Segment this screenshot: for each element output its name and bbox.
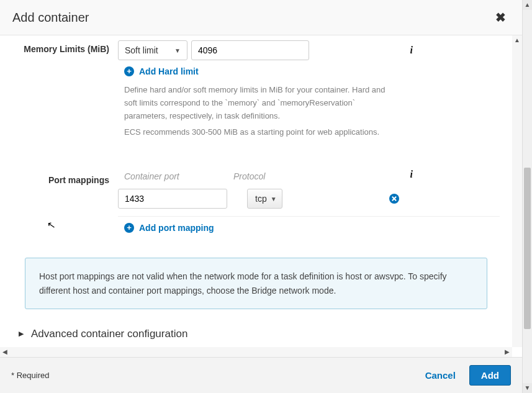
cancel-button[interactable]: Cancel — [420, 366, 461, 384]
memory-limits-content: Soft limit ▼ i + Add Hard limit Define h… — [118, 40, 500, 143]
inner-horizontal-scrollbar[interactable]: ◀ ▶ — [0, 347, 512, 357]
protocol-value: tcp — [255, 194, 267, 204]
info-icon[interactable]: i — [410, 169, 413, 180]
advanced-config-accordion[interactable]: ▶ Advanced container configuration — [0, 320, 512, 347]
add-hard-limit-label: Add Hard limit — [139, 66, 199, 76]
add-button[interactable]: Add — [469, 365, 511, 386]
plus-circle-icon: + — [124, 66, 134, 76]
memory-limits-label: Memory Limits (MiB) — [0, 40, 118, 143]
port-header-line: Container port Protocol i — [118, 171, 500, 185]
chevron-down-icon: ▼ — [271, 196, 277, 202]
scroll-up-icon[interactable]: ▲ — [512, 35, 522, 45]
required-note: * Required — [11, 371, 49, 380]
port-mapping-row: tcp ▼ — [118, 185, 500, 217]
modal-header: Add container ✖ — [0, 0, 522, 35]
close-icon[interactable]: ✖ — [492, 9, 510, 26]
memory-value-input[interactable] — [191, 40, 309, 60]
outer-vertical-scrollbar[interactable]: ▲ ▼ — [522, 0, 532, 393]
scroll-right-icon[interactable]: ▶ — [502, 347, 512, 357]
memory-limit-type-select[interactable]: Soft limit ▼ — [118, 40, 187, 60]
add-port-mapping-link[interactable]: + Add port mapping — [118, 217, 214, 237]
add-container-modal: Add container ✖ Memory Limits (MiB) Soft… — [0, 0, 522, 393]
memory-help-text-1: Define hard and/or soft memory limits in… — [118, 80, 500, 126]
modal-body-wrap: Memory Limits (MiB) Soft limit ▼ i + Add… — [0, 35, 522, 357]
col-header-protocol: Protocol — [233, 171, 358, 181]
memory-limit-type-value: Soft limit — [125, 45, 158, 55]
modal-footer: * Required Cancel Add — [0, 357, 522, 393]
modal-body: Memory Limits (MiB) Soft limit ▼ i + Add… — [0, 35, 512, 347]
info-icon[interactable]: i — [410, 45, 413, 56]
add-hard-limit-link[interactable]: + Add Hard limit — [118, 60, 199, 80]
host-port-notice: Host port mappings are not valid when th… — [25, 258, 487, 309]
container-port-input[interactable] — [118, 189, 227, 209]
col-header-container-port: Container port — [118, 171, 230, 181]
scroll-up-icon[interactable]: ▲ — [523, 0, 532, 10]
add-port-mapping-label: Add port mapping — [139, 223, 214, 233]
scroll-thumb[interactable] — [524, 168, 531, 329]
scroll-down-icon[interactable]: ▼ — [523, 383, 532, 393]
protocol-select[interactable]: tcp ▼ — [247, 189, 282, 209]
port-mappings-row: Port mappings Container port Protocol i — [0, 169, 512, 239]
caret-right-icon: ▶ — [19, 330, 24, 338]
memory-limits-row: Memory Limits (MiB) Soft limit ▼ i + Add… — [0, 38, 512, 145]
chevron-down-icon: ▼ — [174, 47, 181, 54]
footer-buttons: Cancel Add — [420, 365, 511, 386]
advanced-config-label: Advanced container configuration — [31, 328, 187, 340]
plus-circle-icon: + — [124, 223, 134, 233]
memory-help-text-2: ECS recommends 300-500 MiB as a starting… — [118, 126, 500, 143]
scroll-left-icon[interactable]: ◀ — [0, 347, 10, 357]
modal-title: Add container — [12, 11, 89, 25]
port-mappings-label: Port mappings — [0, 171, 118, 237]
inner-vertical-scrollbar[interactable]: ▲ — [512, 35, 522, 347]
port-mappings-content: Container port Protocol i tcp ▼ — [118, 171, 500, 237]
memory-controls: Soft limit ▼ i — [118, 40, 500, 60]
remove-port-mapping-icon[interactable] — [389, 194, 399, 204]
